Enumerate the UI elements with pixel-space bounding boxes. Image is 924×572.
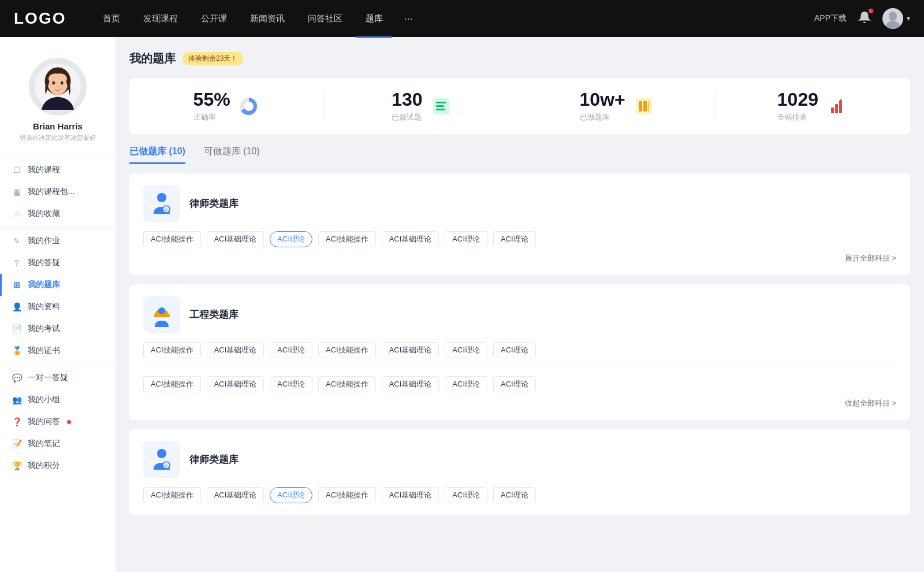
svg-point-27 xyxy=(157,449,166,458)
chat-icon: 💬 xyxy=(12,373,22,383)
tag-0-4[interactable]: ACI基础理论 xyxy=(382,231,439,247)
nav-home[interactable]: 首页 xyxy=(94,9,129,29)
sidebar-item-notes[interactable]: 📝 我的笔记 xyxy=(0,433,116,455)
svg-text:✓: ✓ xyxy=(165,208,168,212)
svg-rect-21 xyxy=(839,101,842,113)
tag-0-2[interactable]: ACI理论 xyxy=(270,231,312,247)
stat-done-banks: 10w+ 已做题库 xyxy=(520,90,716,122)
sidebar-item-qbank[interactable]: ⊞ 我的题库 xyxy=(0,274,116,296)
grid-icon: ⊞ xyxy=(12,280,22,290)
nav-news[interactable]: 新闻资讯 xyxy=(241,9,294,29)
svg-rect-20 xyxy=(835,104,838,113)
sidebar-item-cert[interactable]: 🏅 我的证书 xyxy=(0,340,116,362)
svg-rect-17 xyxy=(643,101,647,112)
tab-available-banks[interactable]: 可做题库 (10) xyxy=(204,146,260,164)
tag-1-5[interactable]: ACI理论 xyxy=(445,342,487,358)
svg-point-7 xyxy=(61,81,64,85)
qbank-card-0: ✓ 律师类题库 ACI技能操作 ACI基础理论 ACI理论 ACI技能操作 AC… xyxy=(129,173,910,275)
sidebar-item-exam[interactable]: 📄 我的考试 xyxy=(0,318,116,340)
tag-0-1[interactable]: ACI基础理论 xyxy=(207,231,264,247)
qa-badge xyxy=(67,420,71,424)
stat-accuracy-label: 正确率 xyxy=(193,112,230,122)
main-nav: 首页 发现课程 公开课 新闻资讯 问答社区 题库 ··· xyxy=(94,8,814,29)
qbank-tags-1-second: ACI技能操作 ACI基础理论 ACI理论 ACI技能操作 ACI基础理论 AC… xyxy=(143,376,896,392)
bar-icon: ▦ xyxy=(12,187,22,197)
tag-1s-1[interactable]: ACI基础理论 xyxy=(207,376,264,392)
tag-2-6[interactable]: ACI理论 xyxy=(493,487,536,503)
tag-2-1[interactable]: ACI基础理论 xyxy=(207,487,264,503)
qbank-card-2: ✓ 律师类题库 ACI技能操作 ACI基础理论 ACI理论 ACI技能操作 AC… xyxy=(129,429,910,515)
svg-text:✓: ✓ xyxy=(165,464,168,468)
qbank-tags-1-first: ACI技能操作 ACI基础理论 ACI理论 ACI技能操作 ACI基础理论 AC… xyxy=(143,342,896,358)
tab-done-banks[interactable]: 已做题库 (10) xyxy=(129,146,185,164)
logo[interactable]: LOGO xyxy=(14,9,66,28)
stat-rank-value: 1029 xyxy=(777,90,818,110)
qa-icon: ❓ xyxy=(12,417,22,427)
tag-1-1[interactable]: ACI基础理论 xyxy=(207,342,264,358)
notification-bell[interactable] xyxy=(858,11,871,26)
sidebar-item-mydata[interactable]: 👤 我的资料 xyxy=(0,296,116,318)
svg-rect-16 xyxy=(639,101,642,112)
svg-point-26 xyxy=(158,307,165,314)
tag-1s-6[interactable]: ACI理论 xyxy=(493,376,536,392)
nav-qbank[interactable]: 题库 xyxy=(356,9,392,29)
qbank-tags-1-second-section: ACI技能操作 ACI基础理论 ACI理论 ACI技能操作 ACI基础理论 AC… xyxy=(143,363,896,392)
qbank-header-0: ✓ 律师类题库 xyxy=(143,185,896,222)
user-avatar-button[interactable]: ▾ xyxy=(882,8,910,29)
tag-1s-5[interactable]: ACI理论 xyxy=(445,376,487,392)
tag-1s-3[interactable]: ACI技能操作 xyxy=(318,376,376,392)
trial-badge: 体验剩余23天！ xyxy=(182,52,243,65)
svg-point-10 xyxy=(244,102,254,111)
tag-2-0[interactable]: ACI技能操作 xyxy=(143,487,201,503)
question-icon: ? xyxy=(12,258,22,268)
profile-name: Brian Harris xyxy=(33,121,83,131)
tag-0-0[interactable]: ACI技能操作 xyxy=(143,231,201,247)
stat-rank-label: 全站排名 xyxy=(777,112,818,122)
main-content: 我的题库 体验剩余23天！ 55% 正确率 xyxy=(116,37,924,572)
sidebar-item-group[interactable]: 👥 我的小组 xyxy=(0,389,116,411)
svg-rect-25 xyxy=(154,314,170,317)
tag-1-2[interactable]: ACI理论 xyxy=(270,342,312,358)
expand-link-0[interactable]: 展开全部科目 > xyxy=(143,253,896,263)
tag-0-3[interactable]: ACI技能操作 xyxy=(318,231,376,247)
tag-1s-0[interactable]: ACI技能操作 xyxy=(143,376,201,392)
tag-1-4[interactable]: ACI基础理论 xyxy=(382,342,439,358)
tag-2-3[interactable]: ACI技能操作 xyxy=(318,487,376,503)
nav-discover[interactable]: 发现课程 xyxy=(134,9,187,29)
sidebar-item-favorites[interactable]: ☆ 我的收藏 xyxy=(0,203,116,225)
tag-1s-2[interactable]: ACI理论 xyxy=(270,376,312,392)
sidebar-item-1on1[interactable]: 💬 一对一答疑 xyxy=(0,367,116,389)
qbank-tags-0: ACI技能操作 ACI基础理论 ACI理论 ACI技能操作 ACI基础理论 AC… xyxy=(143,231,896,247)
tag-2-2[interactable]: ACI理论 xyxy=(270,487,312,503)
tag-2-4[interactable]: ACI基础理论 xyxy=(382,487,439,503)
tag-1-3[interactable]: ACI技能操作 xyxy=(318,342,376,358)
engineer-icon xyxy=(143,296,180,333)
svg-point-22 xyxy=(157,193,166,202)
sidebar-item-myqa[interactable]: ❓ 我的问答 xyxy=(0,411,116,433)
nav-more[interactable]: ··· xyxy=(397,8,419,29)
app-download-button[interactable]: APP下载 xyxy=(814,13,847,24)
collapse-link-1[interactable]: 收起全部科目 > xyxy=(143,398,896,408)
tag-1s-4[interactable]: ACI基础理论 xyxy=(382,376,439,392)
chart-icon xyxy=(825,95,848,118)
avatar xyxy=(882,8,903,29)
nav-opencourse[interactable]: 公开课 xyxy=(192,9,236,29)
qbank-title-0: 律师类题库 xyxy=(189,197,239,210)
sidebar-item-points[interactable]: 🏆 我的积分 xyxy=(0,455,116,477)
star-icon: ☆ xyxy=(12,209,22,219)
tag-0-5[interactable]: ACI理论 xyxy=(445,231,487,247)
sidebar-item-homework[interactable]: ✎ 我的作业 xyxy=(0,230,116,252)
sidebar-item-mycourse[interactable]: ☐ 我的课程 xyxy=(0,159,116,181)
main-layout: Brian Harris 错误的决定比没有决定要好 ☐ 我的课程 ▦ 我的课程包… xyxy=(0,37,924,572)
tag-0-6[interactable]: ACI理论 xyxy=(493,231,536,247)
tag-1-6[interactable]: ACI理论 xyxy=(493,342,536,358)
lawyer-icon: ✓ xyxy=(143,185,180,222)
score-icon: 🏆 xyxy=(12,460,22,471)
page-title: 我的题库 xyxy=(129,51,176,66)
sidebar-divider-3 xyxy=(0,364,116,365)
tag-1-0[interactable]: ACI技能操作 xyxy=(143,342,201,358)
nav-qa[interactable]: 问答社区 xyxy=(299,9,352,29)
tag-2-5[interactable]: ACI理论 xyxy=(445,487,487,503)
sidebar-item-coursepackage[interactable]: ▦ 我的课程包... xyxy=(0,181,116,203)
sidebar-item-qa[interactable]: ? 我的答疑 xyxy=(0,252,116,274)
